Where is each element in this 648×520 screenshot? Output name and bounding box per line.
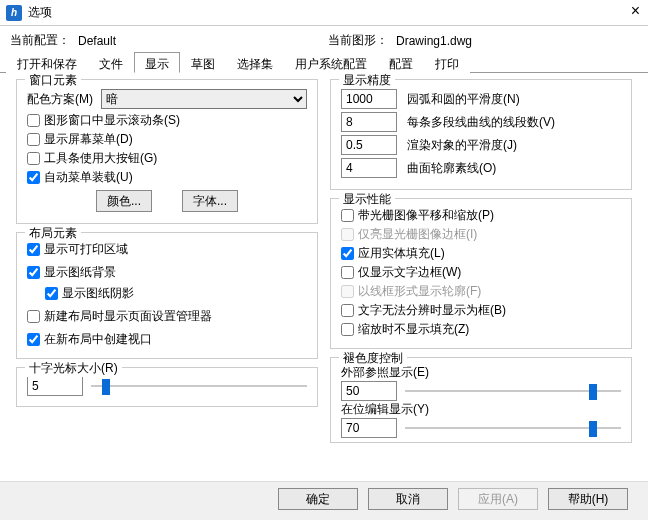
chk-illegible-text[interactable] — [341, 304, 354, 317]
window-title: 选项 — [28, 4, 52, 21]
xref-fade-slider[interactable] — [405, 382, 621, 400]
lbl-highlight-raster-frame: 仅亮显光栅图像边框(I) — [358, 226, 477, 243]
crosshair-size-input[interactable] — [27, 376, 83, 396]
chk-solid-fill[interactable] — [341, 247, 354, 260]
contour-input[interactable] — [341, 158, 397, 178]
chk-paper-bg[interactable] — [27, 266, 40, 279]
group-layout-elements: 布局元素 显示可打印区域 显示图纸背景 显示图纸阴影 新建布局时显示页面设置管理… — [16, 232, 318, 359]
chk-highlight-raster-frame — [341, 228, 354, 241]
lbl-solid-fill: 应用实体填充(L) — [358, 245, 445, 262]
chk-no-fill-zoom[interactable] — [341, 323, 354, 336]
inplace-fade-slider[interactable] — [405, 419, 621, 437]
help-button[interactable]: 帮助(H) — [548, 488, 628, 510]
group-precision: 显示精度 园弧和圆的平滑度(N) 每条多段线曲线的线段数(V) 渲染对象的平滑度… — [330, 79, 632, 190]
lbl-illegible-text: 文字无法分辨时显示为框(B) — [358, 302, 506, 319]
tab-open-save[interactable]: 打开和保存 — [6, 52, 88, 73]
inplace-fade-label: 在位编辑显示(Y) — [341, 401, 621, 418]
render-smooth-input[interactable] — [341, 135, 397, 155]
lbl-wireframe-silhouette: 以线框形式显示轮廓(F) — [358, 283, 481, 300]
lbl-page-setup-mgr: 新建布局时显示页面设置管理器 — [44, 308, 212, 325]
chk-auto-menu-load[interactable] — [27, 171, 40, 184]
app-icon: h — [6, 5, 22, 21]
inplace-fade-input[interactable] — [341, 418, 397, 438]
current-config-value: Default — [78, 34, 198, 48]
close-icon[interactable]: × — [631, 2, 640, 20]
lbl-large-buttons: 工具条使用大按钮(G) — [44, 150, 157, 167]
contour-label: 曲面轮廓素线(O) — [407, 160, 496, 177]
group-crosshair: 十字光标大小(R) — [16, 367, 318, 407]
chk-screen-menu[interactable] — [27, 133, 40, 146]
chk-wireframe-silhouette — [341, 285, 354, 298]
tab-sketch[interactable]: 草图 — [180, 52, 226, 73]
color-scheme-label: 配色方案(M) — [27, 91, 93, 108]
lbl-no-fill-zoom: 缩放时不显示填充(Z) — [358, 321, 469, 338]
chk-paper-shadow[interactable] — [45, 287, 58, 300]
lbl-printable-area: 显示可打印区域 — [44, 241, 128, 258]
tab-file[interactable]: 文件 — [88, 52, 134, 73]
group-title-window: 窗口元素 — [25, 72, 81, 89]
arc-smooth-input[interactable] — [341, 89, 397, 109]
lbl-pan-zoom-raster: 带光栅图像平移和缩放(P) — [358, 207, 494, 224]
lbl-screen-menu: 显示屏幕菜单(D) — [44, 131, 133, 148]
chk-create-viewport[interactable] — [27, 333, 40, 346]
tab-selection[interactable]: 选择集 — [226, 52, 284, 73]
arc-smooth-label: 园弧和圆的平滑度(N) — [407, 91, 520, 108]
group-window-elements: 窗口元素 配色方案(M) 暗 图形窗口中显示滚动条(S) 显示屏幕菜单(D) 工… — [16, 79, 318, 224]
segments-label: 每条多段线曲线的线段数(V) — [407, 114, 555, 131]
lbl-paper-bg: 显示图纸背景 — [44, 264, 116, 281]
color-scheme-select[interactable]: 暗 — [101, 89, 307, 109]
lbl-create-viewport: 在新布局中创建视口 — [44, 331, 152, 348]
group-title-precision: 显示精度 — [339, 72, 395, 89]
chk-page-setup-mgr[interactable] — [27, 310, 40, 323]
group-title-performance: 显示性能 — [339, 191, 395, 208]
group-title-crosshair: 十字光标大小(R) — [25, 360, 122, 377]
cancel-button[interactable]: 取消 — [368, 488, 448, 510]
tab-config[interactable]: 配置 — [378, 52, 424, 73]
segments-input[interactable] — [341, 112, 397, 132]
group-title-layout: 布局元素 — [25, 225, 81, 242]
group-fade: 褪色度控制 外部参照显示(E) 在位编辑显示(Y) — [330, 357, 632, 443]
current-drawing-value: Drawing1.dwg — [396, 34, 516, 48]
current-config-label: 当前配置： — [10, 32, 70, 49]
tab-display[interactable]: 显示 — [134, 52, 180, 73]
font-button[interactable]: 字体... — [182, 190, 238, 212]
chk-large-buttons[interactable] — [27, 152, 40, 165]
apply-button[interactable]: 应用(A) — [458, 488, 538, 510]
render-smooth-label: 渲染对象的平滑度(J) — [407, 137, 517, 154]
lbl-auto-menu-load: 自动菜单装载(U) — [44, 169, 133, 186]
group-performance: 显示性能 带光栅图像平移和缩放(P) 仅亮显光栅图像边框(I) 应用实体填充(L… — [330, 198, 632, 349]
chk-text-boundary[interactable] — [341, 266, 354, 279]
crosshair-slider[interactable] — [91, 377, 307, 395]
group-title-fade: 褪色度控制 — [339, 350, 407, 367]
chk-printable-area[interactable] — [27, 243, 40, 256]
lbl-paper-shadow: 显示图纸阴影 — [62, 285, 134, 302]
lbl-show-scrollbar: 图形窗口中显示滚动条(S) — [44, 112, 180, 129]
tab-user-sys[interactable]: 用户系统配置 — [284, 52, 378, 73]
chk-show-scrollbar[interactable] — [27, 114, 40, 127]
color-button[interactable]: 颜色... — [96, 190, 152, 212]
ok-button[interactable]: 确定 — [278, 488, 358, 510]
chk-pan-zoom-raster[interactable] — [341, 209, 354, 222]
tab-print[interactable]: 打印 — [424, 52, 470, 73]
xref-fade-input[interactable] — [341, 381, 397, 401]
lbl-text-boundary: 仅显示文字边框(W) — [358, 264, 461, 281]
current-drawing-label: 当前图形： — [328, 32, 388, 49]
